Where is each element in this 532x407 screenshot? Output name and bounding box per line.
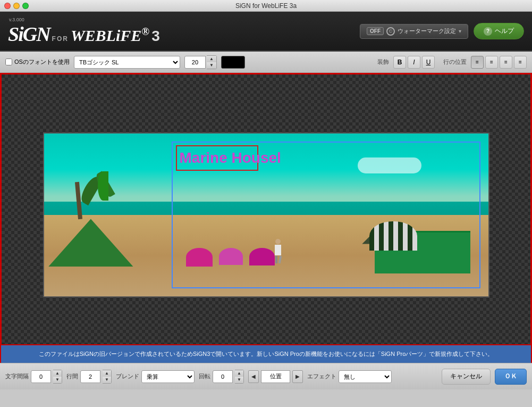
char-spacing-down[interactable]: ▼ <box>53 377 62 383</box>
bold-button[interactable]: B <box>393 56 406 69</box>
line-spacing-input[interactable] <box>80 370 100 383</box>
position-label: 位置 <box>270 372 282 380</box>
app-logo: v.3.000 SiGN FOR WEBLiFE® 3 <box>8 17 160 46</box>
format-buttons: B I U <box>393 56 435 69</box>
font-size-input[interactable] <box>184 56 206 69</box>
help-label: ヘルプ <box>495 27 514 36</box>
blend-select[interactable]: 乗算 <box>141 370 195 383</box>
info-message: このファイルはSiGNの旧バージョンで作成されているためSiGN3で開いています… <box>39 350 494 358</box>
os-font-label: OSのフォントを使用 <box>14 58 70 66</box>
italic-button[interactable]: I <box>408 56 420 69</box>
ok-button[interactable]: ＯＫ <box>495 369 527 385</box>
line-spacing-spinner: ▲ ▼ <box>103 370 112 384</box>
align-left-button[interactable]: ≡ <box>471 56 484 69</box>
line-spacing-up[interactable]: ▲ <box>103 370 111 377</box>
font-size-up-button[interactable]: ▲ <box>207 56 216 62</box>
canvas-wrapper: Marine Housel <box>43 132 489 297</box>
info-bar: このファイルはSiGNの旧バージョンで作成されているためSiGN3で開いています… <box>0 344 532 363</box>
help-button[interactable]: ? ヘルプ <box>474 23 524 39</box>
position-nav: ◀ <box>248 370 259 383</box>
version-text: v.3.000 <box>9 17 160 22</box>
window-title: SiGN for WebLiFE 3a <box>235 2 297 10</box>
rotation-up[interactable]: ▲ <box>235 370 243 377</box>
canvas-text[interactable]: Marine Housel <box>180 149 281 167</box>
line-spacing-down[interactable]: ▼ <box>103 377 111 383</box>
header-controls: OFF © ウォーターマーク設定 ▾ ? ヘルプ <box>360 23 524 39</box>
os-font-checkbox[interactable] <box>5 59 12 65</box>
char-spacing-spinner: ▲ ▼ <box>53 370 62 384</box>
logo-for: FOR <box>52 35 69 43</box>
os-font-option[interactable]: OSのフォントを使用 <box>5 58 70 66</box>
rotation-label: 回転 <box>199 372 210 380</box>
close-button[interactable] <box>4 3 11 9</box>
char-spacing-label: 文字間隔 <box>5 372 29 380</box>
align-justify-button[interactable]: ≡ <box>514 56 527 69</box>
font-size-down-button[interactable]: ▼ <box>207 62 216 69</box>
color-swatch[interactable] <box>221 56 245 69</box>
effect-select[interactable]: 無し <box>339 370 392 383</box>
cancel-button[interactable]: キャンセル <box>442 369 491 385</box>
watermark-label: ウォーターマーク設定 <box>398 27 456 35</box>
blend-label: ブレンド <box>116 372 139 380</box>
effect-group: エフェクト 無し <box>307 370 392 383</box>
logo-weblife: WEBLiFE® <box>71 26 149 45</box>
rotation-group: 回転 ▲ ▼ <box>199 370 244 384</box>
position-prev-button[interactable]: ◀ <box>248 370 259 383</box>
title-bar: SiGN for WebLiFE 3a <box>0 0 532 12</box>
help-icon: ? <box>484 27 492 36</box>
char-spacing-up[interactable]: ▲ <box>53 370 62 377</box>
canvas-area: Marine Housel <box>0 73 532 344</box>
blend-group: ブレンド 乗算 <box>116 370 195 383</box>
watermark-button[interactable]: OFF © ウォーターマーク設定 ▾ <box>360 24 468 39</box>
font-select[interactable]: TBゴシック SL <box>74 56 180 69</box>
decoration-label: 装飾 <box>377 58 389 66</box>
rotation-down[interactable]: ▼ <box>235 377 243 383</box>
format-toolbar: OSのフォントを使用 TBゴシック SL ▲ ▼ 装飾 B I U 行の位置 ≡… <box>0 52 532 73</box>
align-center-button[interactable]: ≡ <box>485 56 498 69</box>
minimize-button[interactable] <box>13 3 20 9</box>
position-group: ◀ 位置 ▶ <box>248 370 303 383</box>
action-buttons: キャンセル ＯＫ <box>442 369 527 385</box>
window-controls[interactable] <box>4 3 29 9</box>
font-size-area: ▲ ▼ <box>184 55 217 69</box>
line-spacing-label: 行間 <box>66 372 78 380</box>
dropdown-arrow-icon: ▾ <box>459 28 461 34</box>
text-box[interactable]: Marine Housel <box>176 145 258 171</box>
rotation-input[interactable] <box>213 370 233 383</box>
row-position-label: 行の位置 <box>443 58 467 66</box>
underline-button[interactable]: U <box>422 56 435 69</box>
effect-label: エフェクト <box>307 372 336 380</box>
palm-tree <box>66 166 98 219</box>
maximize-button[interactable] <box>22 3 29 9</box>
char-spacing-input[interactable] <box>31 370 51 383</box>
align-right-button[interactable]: ≡ <box>500 56 512 69</box>
palm-leaf-3 <box>98 171 108 201</box>
canvas-image: Marine Housel <box>43 132 489 297</box>
logo-number: 3 <box>151 28 160 45</box>
logo-row: SiGN FOR WEBLiFE® 3 <box>8 22 160 46</box>
app-header: v.3.000 SiGN FOR WEBLiFE® 3 OFF © ウォーターマ… <box>0 12 532 52</box>
copyright-icon: © <box>386 27 395 36</box>
bottom-toolbar: 文字間隔 ▲ ▼ 行間 ▲ ▼ ブレンド 乗算 回転 ▲ ▼ ◀ 位置 <box>0 363 532 389</box>
watermark-toggle[interactable]: OFF <box>367 27 384 35</box>
logo-sign: SiGN <box>8 22 50 46</box>
alignment-buttons: ≡ ≡ ≡ ≡ <box>471 56 527 69</box>
font-size-spinner: ▲ ▼ <box>207 55 217 69</box>
char-spacing-group: 文字間隔 ▲ ▼ <box>5 370 62 384</box>
line-spacing-group: 行間 ▲ ▼ <box>66 370 112 384</box>
position-nav-right: ▶ <box>292 370 303 383</box>
position-display: 位置 <box>261 370 290 383</box>
rotation-spinner: ▲ ▼ <box>235 370 244 384</box>
position-next-button[interactable]: ▶ <box>292 370 303 383</box>
